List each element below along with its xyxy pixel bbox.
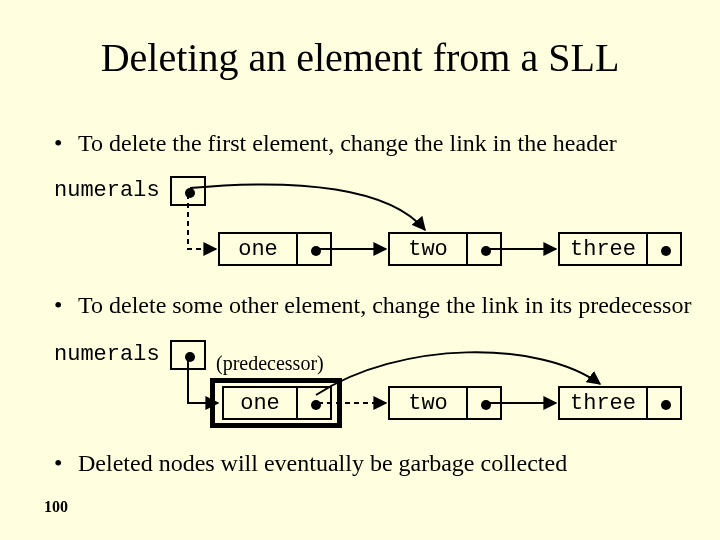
- node-one-ptr-2: [296, 386, 332, 420]
- pointer-dot-icon: [311, 400, 321, 410]
- pointer-dot-icon: [481, 400, 491, 410]
- bullet-3: Deleted nodes will eventually be garbage…: [78, 450, 567, 477]
- node-two-ptr-2: [466, 386, 502, 420]
- node-three-label-1: three: [558, 232, 648, 266]
- arrow-header-to-two-curve: [190, 184, 425, 230]
- slide-title: Deleting an element from a SLL: [0, 34, 720, 81]
- pointer-dot-icon: [185, 188, 195, 198]
- node-two-label-2: two: [388, 386, 468, 420]
- bullet-1: To delete the first element, change the …: [78, 130, 617, 157]
- node-text: two: [390, 388, 466, 420]
- node-three-label-2: three: [558, 386, 648, 420]
- pointer-dot-icon: [481, 246, 491, 256]
- pointer-dot-icon: [661, 400, 671, 410]
- node-text: one: [224, 388, 296, 420]
- numerals-label-1: numerals: [54, 178, 160, 203]
- node-one-label-1: one: [218, 232, 298, 266]
- node-two-label-1: two: [388, 232, 468, 266]
- slide: Deleting an element from a SLL To delete…: [0, 0, 720, 540]
- pointer-dot-icon: [661, 246, 671, 256]
- header-box-1: [170, 176, 206, 206]
- node-three-ptr-1: [646, 232, 682, 266]
- numerals-label-2: numerals: [54, 342, 160, 367]
- node-two-ptr-1: [466, 232, 502, 266]
- node-text: one: [220, 234, 296, 266]
- bullet-2: To delete some other element, change the…: [78, 292, 691, 319]
- node-text: two: [390, 234, 466, 266]
- node-one-ptr-1: [296, 232, 332, 266]
- page-number: 100: [44, 498, 68, 516]
- node-three-ptr-2: [646, 386, 682, 420]
- node-one-label-2: one: [222, 386, 298, 420]
- pointer-dot-icon: [185, 352, 195, 362]
- node-text: three: [560, 234, 646, 266]
- node-text: three: [560, 388, 646, 420]
- header-box-2: [170, 340, 206, 370]
- pointer-dot-icon: [311, 246, 321, 256]
- predecessor-label: (predecessor): [216, 352, 324, 375]
